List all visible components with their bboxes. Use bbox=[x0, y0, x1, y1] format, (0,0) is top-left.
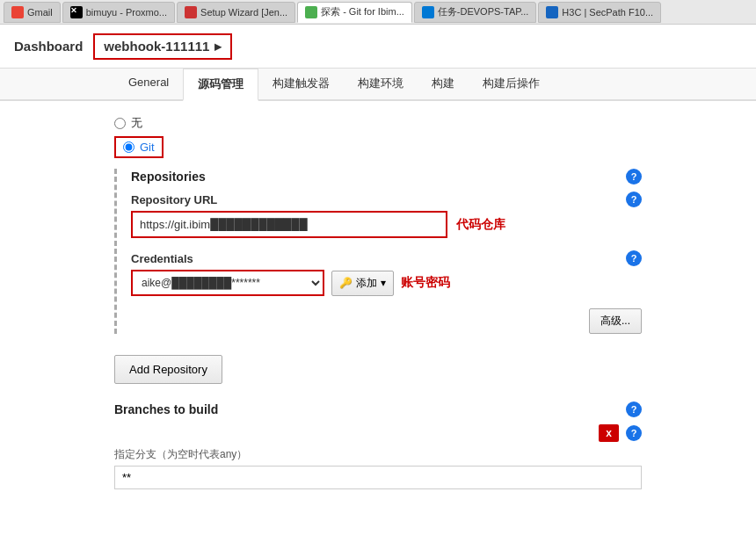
tab-bimuyu-label: bimuyu - Proxmo... bbox=[86, 7, 167, 18]
branch-delete-button[interactable]: x bbox=[599, 424, 619, 442]
devops-icon bbox=[422, 6, 434, 18]
h3c-icon bbox=[546, 6, 558, 18]
credentials-group: Credentials ? aike@████████******* 🔑 添加 … bbox=[131, 250, 642, 296]
advanced-button[interactable]: 高级... bbox=[589, 308, 642, 334]
tab-build-env[interactable]: 构建环境 bbox=[344, 69, 418, 101]
branches-header: Branches to build ? bbox=[114, 401, 642, 417]
tab-h3c[interactable]: H3C | SecPath F10... bbox=[538, 2, 661, 23]
key-icon: 🔑 bbox=[339, 277, 353, 289]
tab-setup-label: Setup Wizard [Jen... bbox=[200, 7, 287, 18]
branch-input[interactable] bbox=[114, 466, 642, 489]
branch-hint: 指定分支（为空时代表any） bbox=[114, 447, 247, 462]
credentials-input-row: aike@████████******* 🔑 添加 ▾ 账号密码 bbox=[131, 270, 642, 296]
repositories-help-icon[interactable]: ? bbox=[626, 169, 642, 184]
tab-devops[interactable]: 任务-DEVOPS-TAP... bbox=[414, 2, 537, 23]
credentials-label-row: Credentials ? bbox=[131, 250, 642, 266]
tab-post-build[interactable]: 构建后操作 bbox=[469, 69, 554, 101]
job-name-label: webhook-111111 bbox=[104, 39, 209, 54]
radio-git-input[interactable] bbox=[123, 141, 134, 153]
tab-devops-label: 任务-DEVOPS-TAP... bbox=[438, 5, 529, 18]
add-dropdown-icon: ▾ bbox=[381, 277, 386, 289]
branches-section: Branches to build ? x ? 指定分支（为空时代表any） bbox=[114, 401, 642, 489]
add-button-label: 添加 bbox=[356, 276, 377, 291]
browser-tab-bar: Gmail ✕ bimuyu - Proxmo... Setup Wizard … bbox=[0, 0, 756, 25]
repositories-header: Repositories ? bbox=[131, 169, 642, 184]
gmail-icon bbox=[11, 6, 24, 18]
tab-setup[interactable]: Setup Wizard [Jen... bbox=[177, 2, 295, 23]
branch-item-help-icon[interactable]: ? bbox=[626, 425, 642, 441]
jenkins-icon bbox=[185, 6, 197, 18]
tab-build[interactable]: 构建 bbox=[418, 69, 469, 101]
branches-title: Branches to build bbox=[114, 402, 218, 416]
tab-build-trigger[interactable]: 构建触发器 bbox=[258, 69, 344, 101]
repo-url-label: Repository URL bbox=[131, 193, 217, 206]
radio-git-section: Git bbox=[114, 136, 164, 158]
credentials-add-button[interactable]: 🔑 添加 ▾ bbox=[331, 271, 394, 296]
radio-none[interactable]: 无 bbox=[114, 115, 642, 131]
tab-h3c-label: H3C | SecPath F10... bbox=[562, 7, 653, 18]
radio-none-input[interactable] bbox=[114, 118, 126, 129]
job-name-arrow: ▸ bbox=[214, 39, 222, 54]
repo-url-input-row: 代码仓库 bbox=[131, 211, 642, 238]
radio-git-label[interactable]: Git bbox=[140, 141, 155, 154]
job-name-box: webhook-111111 ▸ bbox=[93, 33, 232, 60]
branch-label-row: 指定分支（为空时代表any） bbox=[114, 447, 642, 462]
repositories-block: Repositories ? Repository URL ? 代码仓库 bbox=[114, 169, 642, 334]
add-repository-button[interactable]: Add Repository bbox=[114, 355, 222, 384]
tab-source-management[interactable]: 源码管理 bbox=[183, 69, 258, 101]
advanced-row: 高级... bbox=[131, 308, 642, 334]
credentials-annotation: 账号密码 bbox=[401, 275, 450, 291]
tab-git-label: 探索 - Git for Ibim... bbox=[321, 5, 404, 18]
credentials-label: Credentials bbox=[131, 252, 193, 265]
repo-url-annotation: 代码仓库 bbox=[456, 217, 505, 233]
main-content: 无 Git Repositories ? Repository URL ? bbox=[0, 101, 756, 557]
credentials-help-icon[interactable]: ? bbox=[626, 250, 642, 266]
tab-gmail[interactable]: Gmail bbox=[4, 2, 61, 23]
credentials-select[interactable]: aike@████████******* bbox=[131, 270, 324, 296]
branch-delete-row: x ? bbox=[114, 424, 642, 442]
tab-gmail-label: Gmail bbox=[27, 7, 53, 18]
app-container: Dashboard webhook-111111 ▸ General 源码管理 … bbox=[0, 25, 756, 557]
repo-url-help-icon[interactable]: ? bbox=[626, 192, 642, 207]
dashboard-link[interactable]: Dashboard bbox=[14, 39, 83, 54]
repositories-title: Repositories bbox=[131, 170, 206, 184]
x-icon: ✕ bbox=[70, 6, 83, 18]
tab-git[interactable]: 探索 - Git for Ibim... bbox=[297, 2, 412, 23]
tab-bimuyu[interactable]: ✕ bimuyu - Proxmo... bbox=[62, 2, 175, 23]
tab-general[interactable]: General bbox=[114, 69, 183, 101]
repository-url-group: Repository URL ? 代码仓库 bbox=[131, 192, 642, 238]
git-icon bbox=[305, 6, 317, 18]
repo-url-label-row: Repository URL ? bbox=[131, 192, 642, 207]
tab-bar: General 源码管理 构建触发器 构建环境 构建 构建后操作 bbox=[0, 69, 756, 101]
radio-none-label[interactable]: 无 bbox=[131, 115, 142, 131]
repo-url-input[interactable] bbox=[131, 211, 447, 238]
top-navigation: Dashboard webhook-111111 ▸ bbox=[0, 25, 756, 69]
branches-help-icon[interactable]: ? bbox=[626, 401, 642, 417]
